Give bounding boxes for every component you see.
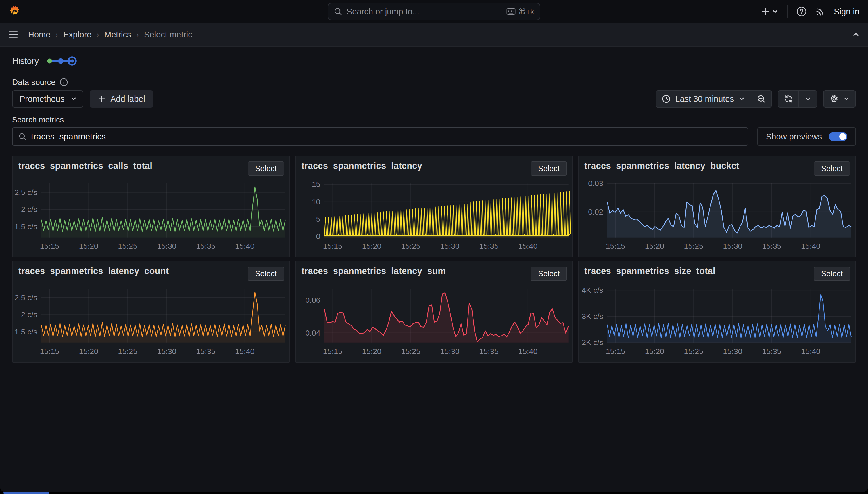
gear-icon: [829, 94, 839, 103]
svg-text:15:20: 15:20: [645, 347, 664, 356]
svg-text:15:20: 15:20: [79, 242, 98, 250]
svg-text:15:15: 15:15: [606, 242, 625, 250]
show-previews-control: Show previews: [757, 127, 856, 146]
svg-text:2 c/s: 2 c/s: [21, 205, 37, 214]
chevron-down-icon: [772, 8, 778, 15]
select-button[interactable]: Select: [531, 267, 567, 281]
svg-text:2.5 c/s: 2.5 c/s: [14, 293, 37, 302]
select-button[interactable]: Select: [248, 161, 284, 176]
settings-button[interactable]: [824, 91, 855, 107]
collapse-chevron-up-icon[interactable]: [852, 31, 860, 39]
svg-text:15:35: 15:35: [479, 242, 498, 250]
svg-text:15:35: 15:35: [762, 242, 782, 250]
add-label-button[interactable]: Add label: [90, 90, 153, 108]
plus-icon: [98, 95, 106, 103]
zoom-out-button[interactable]: [751, 91, 771, 107]
search-metrics-label: Search metrics: [12, 116, 856, 125]
refresh-interval-dropdown[interactable]: [799, 91, 817, 107]
select-button[interactable]: Select: [814, 267, 850, 281]
datasource-picker-value: Prometheus: [20, 94, 64, 104]
svg-text:15:40: 15:40: [235, 347, 254, 356]
menu-toggle-icon[interactable]: [8, 29, 18, 40]
svg-text:15:15: 15:15: [323, 242, 342, 250]
search-shortcut: ⌘+k: [518, 7, 534, 16]
search-row: traces_spanmetrics Show previews: [12, 127, 856, 146]
svg-text:0.06: 0.06: [305, 296, 320, 304]
breadcrumb: Home › Explore › Metrics › Select metric: [28, 30, 192, 39]
settings-group: [823, 90, 856, 108]
svg-text:15:35: 15:35: [196, 242, 215, 250]
svg-text:0.02: 0.02: [588, 208, 603, 216]
refresh-group: [778, 90, 817, 108]
show-previews-toggle[interactable]: [829, 132, 847, 141]
svg-text:15:30: 15:30: [157, 242, 176, 250]
refresh-button[interactable]: [778, 91, 798, 107]
datasource-picker[interactable]: Prometheus: [12, 90, 83, 108]
content-pane: Home › Explore › Metrics › Select metric…: [0, 23, 868, 492]
breadcrumb-explore[interactable]: Explore: [63, 30, 92, 39]
svg-text:15:25: 15:25: [401, 242, 420, 250]
svg-text:3K c/s: 3K c/s: [582, 312, 603, 321]
svg-text:15:30: 15:30: [440, 242, 459, 250]
metric-panel: traces_spanmetrics_latency_bucket Select…: [578, 155, 856, 258]
svg-text:15:40: 15:40: [801, 347, 820, 356]
svg-text:15:40: 15:40: [518, 242, 537, 250]
news-rss-icon[interactable]: [815, 6, 825, 16]
metric-panel: traces_spanmetrics_latency Select 051015…: [295, 155, 573, 258]
svg-text:15:20: 15:20: [362, 242, 381, 250]
nav-divider: [787, 5, 788, 18]
svg-text:15:25: 15:25: [401, 347, 420, 356]
svg-text:15:30: 15:30: [440, 347, 459, 356]
svg-text:15:35: 15:35: [196, 347, 215, 356]
svg-text:15:40: 15:40: [801, 242, 820, 250]
chevron-down-icon: [843, 96, 850, 102]
global-search-placeholder: Search or jump to...: [347, 7, 419, 16]
history-timeline-icon[interactable]: [46, 55, 78, 67]
metric-panel: traces_spanmetrics_calls_total Select 1.…: [12, 155, 290, 258]
time-picker-group: Last 30 minutes: [656, 90, 772, 108]
svg-text:5: 5: [316, 215, 320, 224]
new-menu-button[interactable]: [761, 7, 778, 16]
metric-panel: traces_spanmetrics_size_total Select 2K …: [578, 261, 856, 363]
svg-text:15:25: 15:25: [684, 242, 703, 250]
svg-text:10: 10: [312, 197, 320, 206]
select-button[interactable]: Select: [814, 161, 850, 176]
breadcrumb-separator: ›: [97, 30, 99, 39]
breadcrumb-home[interactable]: Home: [28, 30, 50, 39]
svg-text:15:15: 15:15: [606, 347, 625, 356]
metrics-search-input[interactable]: traces_spanmetrics: [12, 127, 748, 146]
grafana-app: Search or jump to... ⌘+k: [0, 0, 868, 494]
add-label-text: Add label: [111, 94, 145, 104]
svg-text:15:30: 15:30: [723, 347, 743, 356]
help-icon[interactable]: [796, 6, 807, 17]
chevron-down-icon: [739, 96, 745, 102]
svg-text:15:40: 15:40: [235, 242, 254, 250]
svg-text:15:15: 15:15: [40, 242, 59, 250]
show-previews-label: Show previews: [766, 132, 822, 141]
chevron-down-icon: [70, 95, 77, 102]
svg-text:15:35: 15:35: [762, 347, 782, 356]
svg-text:0: 0: [316, 232, 320, 241]
svg-text:15:15: 15:15: [40, 347, 59, 356]
top-nav: Search or jump to... ⌘+k: [0, 0, 868, 23]
global-search-input[interactable]: Search or jump to... ⌘+k: [328, 3, 540, 20]
breadcrumb-metrics[interactable]: Metrics: [104, 30, 131, 39]
svg-text:15:20: 15:20: [362, 347, 381, 356]
zoom-out-icon: [757, 95, 766, 103]
time-range-picker[interactable]: Last 30 minutes: [656, 91, 751, 107]
select-button[interactable]: Select: [531, 161, 567, 176]
grafana-logo[interactable]: [8, 5, 21, 18]
svg-text:2.5 c/s: 2.5 c/s: [14, 188, 37, 197]
svg-text:15:20: 15:20: [645, 242, 664, 250]
breadcrumb-bar: Home › Explore › Metrics › Select metric: [0, 23, 868, 46]
svg-text:1.5 c/s: 1.5 c/s: [14, 222, 37, 231]
chevron-down-icon: [805, 96, 811, 102]
select-button[interactable]: Select: [248, 267, 284, 281]
metrics-grid: traces_spanmetrics_calls_total Select 1.…: [12, 155, 856, 363]
scrollbar-thumb[interactable]: [3, 492, 50, 494]
sign-in-button[interactable]: Sign in: [834, 7, 860, 16]
datasource-label: Data source: [12, 78, 56, 87]
info-icon[interactable]: [59, 78, 68, 87]
search-icon: [18, 133, 26, 140]
history-label: History: [12, 56, 39, 66]
